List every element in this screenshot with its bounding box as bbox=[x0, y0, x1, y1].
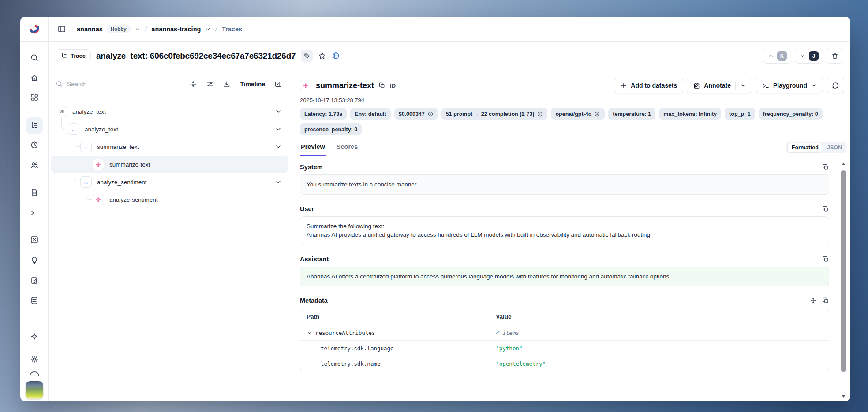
user-section-header: User bbox=[300, 205, 829, 212]
download-icon bbox=[223, 80, 231, 88]
playground-terminal-icon[interactable] bbox=[26, 204, 43, 221]
breadcrumb-page-traces[interactable]: Traces bbox=[222, 26, 242, 33]
chevron-down-icon[interactable] bbox=[275, 126, 282, 133]
playground-button[interactable]: Playground bbox=[756, 78, 823, 93]
breadcrumb-org[interactable]: anannas Hobby bbox=[77, 25, 141, 33]
search-icon[interactable] bbox=[26, 49, 43, 66]
evaluation-percent-icon[interactable] bbox=[26, 231, 43, 248]
annotate-label: Annotate bbox=[704, 82, 731, 89]
tree-item-label: analyze_text bbox=[85, 126, 118, 133]
dashboards-icon[interactable] bbox=[26, 89, 43, 106]
system-heading: System bbox=[300, 163, 323, 171]
profile-arc-icon[interactable] bbox=[30, 371, 39, 376]
tree-item-summarize-text-span[interactable]: ↔ summarize_text bbox=[51, 138, 288, 156]
chevron-down-icon[interactable] bbox=[307, 330, 312, 336]
cost-badge[interactable]: $0.000347 bbox=[394, 108, 438, 120]
breadcrumb-project[interactable]: anannas-tracing bbox=[151, 26, 211, 33]
plus-circle-icon bbox=[594, 111, 600, 117]
span-node-icon: ↔ bbox=[80, 176, 92, 188]
copy-icon[interactable] bbox=[822, 163, 829, 171]
download-button[interactable] bbox=[220, 77, 234, 91]
add-to-datasets-button[interactable]: Add to datasets bbox=[614, 78, 683, 93]
comments-button[interactable] bbox=[827, 78, 844, 93]
copy-id-button[interactable] bbox=[378, 82, 385, 89]
panel-collapse-icon bbox=[274, 80, 282, 88]
copy-icon[interactable] bbox=[822, 297, 829, 304]
frequency-penalty-badge: frequency_penalty: 0 bbox=[759, 108, 823, 120]
terminal-icon bbox=[762, 82, 770, 89]
datasets-database-icon[interactable] bbox=[26, 292, 43, 309]
metadata-row-sdk-name[interactable]: telemetry.sdk.name "opentelemetry" bbox=[300, 356, 829, 371]
generation-node-icon: ✤ bbox=[93, 159, 104, 170]
sidebar-toggle-button[interactable] bbox=[55, 22, 69, 36]
tree-item-analyze-sentiment-span[interactable]: ↔ analyze_sentiment bbox=[51, 173, 288, 191]
observation-badges: Latency: 1.73s Env: default $0.000347 51… bbox=[291, 108, 850, 137]
bookmark-button[interactable] bbox=[318, 52, 326, 60]
tree-search[interactable] bbox=[56, 80, 183, 88]
copy-icon[interactable] bbox=[822, 205, 829, 212]
chevron-down-icon[interactable] bbox=[275, 143, 282, 150]
scroll-down-arrow[interactable]: ▼ bbox=[840, 393, 847, 399]
next-trace-button[interactable]: J bbox=[795, 48, 823, 64]
prev-trace-button[interactable]: K bbox=[763, 48, 791, 64]
tree-search-input[interactable] bbox=[67, 81, 183, 88]
workspace-avatar[interactable] bbox=[26, 381, 43, 399]
tree-item-analyze-text-span[interactable]: ↔ analyze_text bbox=[51, 120, 288, 138]
expand-move-icon[interactable] bbox=[810, 297, 817, 304]
metadata-row-resource-attributes[interactable]: resourceAttributes 4 items bbox=[300, 325, 829, 340]
settings-gear-icon[interactable] bbox=[26, 351, 43, 367]
chevron-down-icon[interactable] bbox=[275, 108, 282, 115]
metadata-table: Path Value resourceAttributes 4 items bbox=[300, 308, 829, 371]
assistant-message-box: Anannas AI offers a centralized platform… bbox=[300, 267, 829, 287]
user-message-line1: Summarize the following text: bbox=[307, 222, 823, 231]
metadata-value: "opentelemetry" bbox=[496, 360, 829, 367]
assistant-section-header: Assistant bbox=[300, 256, 829, 263]
collapse-all-button[interactable] bbox=[186, 77, 200, 91]
scroll-up-arrow[interactable]: ▲ bbox=[840, 160, 847, 167]
chevron-down-icon[interactable] bbox=[740, 82, 746, 89]
home-icon[interactable] bbox=[26, 70, 43, 86]
delete-trace-button[interactable] bbox=[827, 48, 843, 64]
span-node-icon: ↔ bbox=[68, 123, 79, 135]
tab-preview[interactable]: Preview bbox=[300, 143, 326, 156]
format-json-option[interactable]: JSON bbox=[823, 143, 846, 152]
trace-type-badge: Trace bbox=[56, 49, 91, 62]
users-icon[interactable] bbox=[26, 157, 43, 174]
public-share-button[interactable] bbox=[332, 52, 340, 60]
max-tokens-badge: max_tokens: Infinity bbox=[659, 108, 721, 120]
app-logo[interactable] bbox=[20, 17, 49, 41]
timeline-toggle[interactable]: Timeline bbox=[236, 81, 269, 88]
trace-nav-actions: K J bbox=[763, 48, 843, 64]
playground-label: Playground bbox=[773, 82, 807, 89]
sessions-clock-icon[interactable] bbox=[26, 137, 43, 153]
column-value: Value bbox=[496, 313, 829, 320]
chevron-down-icon[interactable] bbox=[275, 178, 282, 186]
tree-item-analyze-text-trace[interactable]: analyze_text bbox=[51, 103, 288, 120]
annotation-clipboard-icon[interactable] bbox=[26, 272, 43, 289]
metadata-row-sdk-language[interactable]: telemetry.sdk.language "python" bbox=[300, 340, 829, 356]
chevron-down-icon bbox=[799, 52, 806, 59]
system-message-box: You summarize texts in a concise manner. bbox=[300, 174, 829, 195]
metadata-value: 4 items bbox=[496, 330, 829, 336]
tag-button[interactable] bbox=[301, 50, 313, 62]
collapse-panel-button[interactable] bbox=[271, 77, 285, 91]
scrollbar-thumb[interactable] bbox=[841, 170, 846, 372]
tree-item-summarize-text-generation[interactable]: ✤ summarize-text bbox=[51, 156, 288, 173]
tree-item-analyze-sentiment-generation[interactable]: ✤ analyze-sentiment bbox=[51, 191, 288, 208]
tab-scores[interactable]: Scores bbox=[336, 143, 359, 156]
tree-settings-button[interactable] bbox=[203, 77, 217, 91]
annotate-button[interactable]: Annotate bbox=[687, 78, 752, 93]
upgrade-sparkle-icon[interactable] bbox=[26, 328, 43, 345]
chevron-down-icon bbox=[205, 26, 211, 32]
copy-icon[interactable] bbox=[822, 256, 829, 263]
vertical-scrollbar[interactable]: ▲ ▼ bbox=[840, 160, 847, 399]
insights-lightbulb-icon[interactable] bbox=[26, 252, 43, 268]
tracing-icon[interactable] bbox=[26, 117, 43, 134]
chevron-up-icon bbox=[767, 52, 774, 59]
model-badge[interactable]: openai/gpt-4o bbox=[551, 108, 605, 120]
format-formatted-option[interactable]: Formatted bbox=[787, 143, 823, 152]
tokens-badge[interactable]: 51 prompt → 22 completion (Σ 73) bbox=[441, 108, 548, 120]
prompts-file-icon[interactable] bbox=[26, 184, 43, 201]
latency-badge: Latency: 1.73s bbox=[300, 108, 347, 120]
chevron-down-icon bbox=[135, 26, 141, 32]
